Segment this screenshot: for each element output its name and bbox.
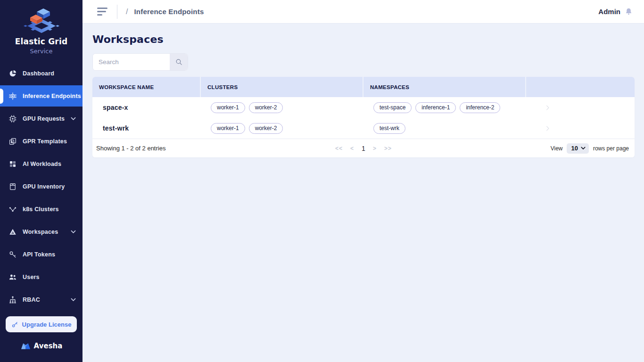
sidebar-item-label: Dashboard bbox=[23, 70, 54, 77]
pagination: << < 1 > >> bbox=[335, 145, 392, 152]
avesha-crown-icon bbox=[20, 342, 31, 350]
workspace-name-cell: test-wrk bbox=[92, 124, 201, 132]
workspace-name-cell: space-x bbox=[92, 104, 201, 111]
search-button[interactable] bbox=[170, 54, 188, 70]
sidebar-item-label: Workspaces bbox=[23, 229, 58, 235]
inference-endpoints-icon bbox=[8, 91, 17, 100]
upgrade-license-button[interactable]: Upgrade License bbox=[6, 316, 77, 332]
ai-workloads-icon bbox=[8, 159, 17, 168]
namespace-chip: test-space bbox=[373, 102, 412, 113]
sidebar-item-label: AI Workloads bbox=[23, 161, 61, 167]
table-footer: Showing 1 - 2 of 2 entries << < 1 > >> V… bbox=[92, 139, 635, 157]
entries-summary: Showing 1 - 2 of 2 entries bbox=[96, 145, 165, 152]
breadcrumb-current: Inference Endpoints bbox=[134, 8, 204, 16]
namespaces-cell: test-space inference-1 inference-2 bbox=[363, 102, 526, 113]
key-icon bbox=[11, 321, 18, 328]
column-header-workspace-name: WORKSPACE NAME bbox=[92, 77, 201, 97]
column-header-clusters: CLUSTERS bbox=[201, 77, 363, 97]
sidebar-item-gpr-templates[interactable]: GPR Templates bbox=[0, 131, 83, 152]
prev-page-button[interactable]: < bbox=[350, 145, 354, 152]
gpr-templates-icon bbox=[8, 137, 17, 146]
cluster-chip: worker-1 bbox=[211, 123, 245, 134]
last-page-button[interactable]: >> bbox=[384, 145, 392, 152]
gpu-inventory-icon bbox=[8, 182, 17, 191]
column-header-actions bbox=[526, 77, 635, 97]
sidebar-item-label: k8s Clusters bbox=[23, 206, 59, 213]
sidebar-item-api-tokens[interactable]: API Tokens bbox=[0, 244, 83, 265]
avesha-brand-label: Avesha bbox=[34, 342, 63, 350]
sidebar-item-label: GPU Inventory bbox=[23, 183, 65, 190]
clusters-cell: worker-1 worker-2 bbox=[201, 102, 363, 113]
sidebar-item-gpu-inventory[interactable]: GPU Inventory bbox=[0, 176, 83, 197]
sidebar-item-workspaces[interactable]: Workspaces bbox=[0, 221, 83, 242]
sidebar-item-gpu-requests[interactable]: GPU Requests bbox=[0, 108, 83, 129]
topbar: / Inference Endpoints Admin bbox=[83, 0, 644, 24]
sidebar-item-k8s-clusters[interactable]: k8s Clusters bbox=[0, 198, 83, 220]
breadcrumb-separator: / bbox=[126, 8, 128, 16]
sidebar-nav: Dashboard Inference Endpoints GPU Reques… bbox=[0, 63, 83, 312]
k8s-clusters-icon bbox=[8, 205, 17, 214]
chevron-down-icon bbox=[71, 298, 76, 302]
elastic-grid-logo-icon bbox=[22, 27, 61, 35]
page-content: Workspaces WORKSPACE NAME CLUSTERS NAMES… bbox=[83, 24, 644, 362]
admin-user-label: Admin bbox=[598, 8, 620, 16]
workspaces-table: WORKSPACE NAME CLUSTERS NAMESPACES space… bbox=[92, 77, 635, 157]
view-label: View bbox=[551, 145, 563, 152]
table-row[interactable]: space-x worker-1 worker-2 test-space inf… bbox=[92, 97, 635, 118]
cluster-chip: worker-1 bbox=[211, 102, 245, 113]
clusters-cell: worker-1 worker-2 bbox=[201, 123, 363, 134]
sidebar: Elastic Grid Service Dashboard Inference… bbox=[0, 0, 83, 362]
next-page-button[interactable]: > bbox=[373, 145, 377, 152]
sidebar-item-users[interactable]: Users bbox=[0, 266, 83, 288]
first-page-button[interactable]: << bbox=[335, 145, 343, 152]
sidebar-item-label: Users bbox=[23, 274, 40, 280]
sidebar-item-label: GPR Templates bbox=[23, 138, 67, 145]
search-box bbox=[92, 53, 188, 71]
workspaces-icon bbox=[8, 227, 17, 236]
sidebar-item-label: Inference Endpoints bbox=[23, 93, 81, 99]
sidebar-item-label: GPU Requests bbox=[23, 115, 65, 122]
column-header-namespaces: NAMESPACES bbox=[363, 77, 526, 97]
select-chevron-down-icon bbox=[581, 147, 586, 150]
notification-bell-icon[interactable] bbox=[625, 8, 633, 16]
hamburger-menu-icon[interactable] bbox=[97, 8, 107, 16]
namespaces-cell: test-wrk bbox=[363, 123, 526, 134]
dashboard-icon bbox=[8, 69, 17, 78]
chevron-down-icon bbox=[71, 230, 76, 234]
namespace-chip: inference-2 bbox=[460, 102, 500, 113]
search-input[interactable] bbox=[93, 54, 170, 70]
row-expand-icon[interactable] bbox=[544, 125, 551, 132]
gpu-requests-icon bbox=[8, 114, 17, 123]
row-expand-icon[interactable] bbox=[544, 104, 551, 111]
rows-per-page-value: 10 bbox=[571, 145, 578, 152]
sidebar-item-label: RBAC bbox=[23, 296, 40, 303]
sidebar-item-rbac[interactable]: RBAC bbox=[0, 289, 83, 310]
current-page-number: 1 bbox=[362, 145, 365, 152]
sidebar-item-label: API Tokens bbox=[23, 251, 55, 258]
users-icon bbox=[8, 272, 17, 281]
table-row[interactable]: test-wrk worker-1 worker-2 test-wrk bbox=[92, 118, 635, 139]
avesha-footer-logo: Avesha bbox=[0, 342, 83, 350]
sidebar-item-inference-endpoints[interactable]: Inference Endpoints bbox=[0, 85, 83, 107]
brand-block: Elastic Grid Service bbox=[0, 0, 83, 55]
upgrade-license-label: Upgrade License bbox=[22, 321, 72, 328]
page-title: Workspaces bbox=[92, 33, 635, 45]
topbar-divider bbox=[117, 5, 117, 19]
rows-per-page-control: View 10 rows per page bbox=[551, 143, 631, 154]
cluster-chip: worker-2 bbox=[249, 102, 283, 113]
api-tokens-icon bbox=[8, 250, 17, 259]
brand-subtitle: Service bbox=[0, 48, 83, 55]
sidebar-item-ai-workloads[interactable]: AI Workloads bbox=[0, 153, 83, 174]
rows-per-page-select[interactable]: 10 bbox=[567, 143, 588, 154]
table-header-row: WORKSPACE NAME CLUSTERS NAMESPACES bbox=[92, 77, 635, 97]
namespace-chip: inference-1 bbox=[415, 102, 456, 113]
namespace-chip: test-wrk bbox=[373, 123, 405, 134]
rows-per-page-label: rows per page bbox=[593, 145, 629, 152]
rbac-icon bbox=[8, 295, 17, 304]
search-icon bbox=[175, 58, 183, 66]
brand-name: Elastic Grid bbox=[0, 37, 83, 46]
chevron-down-icon bbox=[71, 117, 76, 121]
sidebar-item-dashboard[interactable]: Dashboard bbox=[0, 63, 83, 84]
main-area: / Inference Endpoints Admin Workspaces W… bbox=[83, 0, 644, 362]
cluster-chip: worker-2 bbox=[249, 123, 283, 134]
